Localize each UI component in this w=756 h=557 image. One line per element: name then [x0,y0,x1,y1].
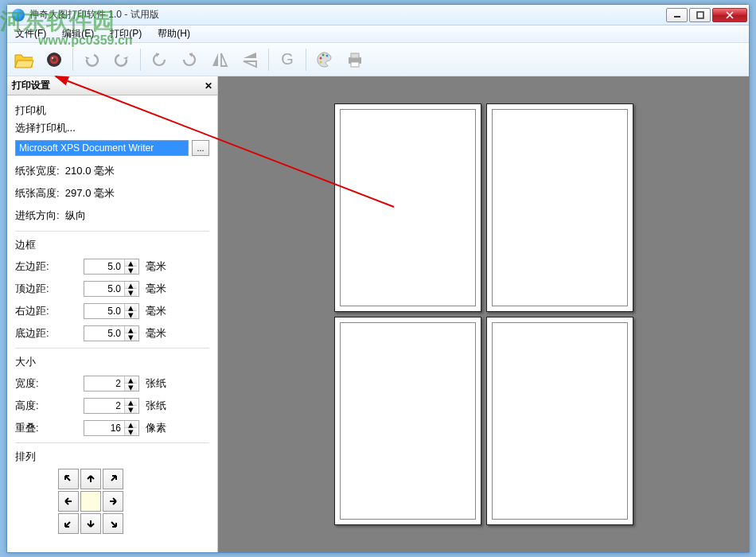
size-width-spinbox[interactable]: ▴▾ [84,376,139,391]
paper-height-label: 纸张高度: [15,187,60,199]
printer-browse-button[interactable]: ... [192,140,209,156]
size-height-input[interactable] [84,400,124,411]
spin-down-icon[interactable]: ▾ [125,428,137,435]
arrow-nw-icon [63,473,74,485]
svg-rect-1 [697,12,703,18]
margin-top-spinbox[interactable]: ▴▾ [84,281,139,297]
flip-vertical-button[interactable] [236,46,263,73]
arrange-section-title: 排列 [15,450,209,464]
margin-unit: 毫米 [146,304,166,318]
flip-horizontal-icon [210,50,229,69]
print-button[interactable] [341,46,368,73]
overlap-input[interactable] [84,423,124,434]
undo-button[interactable] [78,46,105,73]
rotate-left-icon [150,50,169,69]
flip-horizontal-button[interactable] [206,46,233,73]
paper-height-value: 297.0 毫米 [65,187,115,199]
printer-icon [345,50,364,69]
size-width-label: 宽度: [15,376,60,391]
spin-down-icon[interactable]: ▾ [125,406,137,413]
open-file-button[interactable] [10,46,37,73]
spin-down-icon[interactable]: ▾ [125,311,137,318]
arrange-ne-button[interactable] [103,469,123,489]
menu-edit[interactable]: 编辑(E) [59,25,97,42]
rotate-right-button[interactable] [176,46,203,73]
margin-right-spinbox[interactable]: ▴▾ [84,303,139,319]
margin-bottom-spinbox[interactable]: ▴▾ [84,325,139,341]
size-width-input[interactable] [84,378,124,389]
printer-name-field[interactable]: Microsoft XPS Document Writer [15,140,189,156]
menu-help[interactable]: 帮助(H) [154,25,193,42]
overlap-unit: 像素 [146,421,166,435]
size-height-spinbox[interactable]: ▴▾ [84,398,139,414]
spin-down-icon[interactable]: ▾ [125,289,137,296]
menubar: 文件(F) 编辑(E) 打印(P) 帮助(H) [7,25,749,43]
close-button[interactable] [712,8,747,22]
toolbar-separator [268,49,269,71]
arrange-e-button[interactable] [103,491,123,512]
margin-unit: 毫米 [146,259,166,274]
arrow-ne-icon [107,473,119,485]
size-unit: 张纸 [146,399,166,413]
arrow-right-icon [107,496,119,507]
preview-page [334,317,481,525]
arrange-w-button[interactable] [58,491,79,512]
paper-width-value: 210.0 毫米 [65,165,115,177]
grayscale-icon: G [278,50,297,69]
toolbar-separator [140,49,141,71]
spin-down-icon[interactable]: ▾ [125,333,137,341]
margin-left-spinbox[interactable]: ▴▾ [84,259,139,275]
arrange-sw-button[interactable] [58,513,79,534]
margin-bottom-input[interactable] [84,328,124,339]
arrow-left-icon [63,496,74,507]
titlebar: 神奇大图打印软件 1.0 - 试用版 [7,5,749,25]
paper-orient-label: 进纸方向: [15,209,60,221]
sidebar-close-button[interactable]: ✕ [205,80,212,92]
arrange-s-button[interactable] [80,513,101,534]
sidebar-title: 打印设置 [12,79,50,92]
redo-icon [112,50,131,69]
select-printer-label: 选择打印机... [15,121,209,135]
svg-rect-15 [351,62,359,67]
toolbar-separator [72,49,73,71]
size-height-label: 高度: [15,399,60,413]
rotate-right-icon [180,50,199,69]
canvas-area[interactable] [218,76,749,552]
print-settings-panel: 打印设置 ✕ 打印机 选择打印机... Microsoft XPS Docume… [7,76,218,552]
color-palette-button[interactable] [311,46,338,73]
preview-page [486,103,633,312]
spin-down-icon[interactable]: ▾ [125,267,137,274]
menu-print[interactable]: 打印(P) [107,25,145,42]
spin-down-icon[interactable]: ▾ [125,384,137,391]
app-icon [12,9,25,21]
overlap-spinbox[interactable]: ▴▾ [84,420,139,436]
svg-rect-14 [351,53,359,58]
arrange-grid [58,469,209,534]
margin-unit: 毫米 [146,326,166,341]
minimize-button[interactable] [666,8,688,22]
undo-icon [82,50,101,69]
arrange-center-button[interactable] [80,491,101,512]
margin-top-input[interactable] [84,283,124,294]
page-preview-grid [334,103,633,525]
svg-point-10 [322,53,325,56]
camera-button[interactable] [41,46,68,73]
printer-section-title: 打印机 [15,103,209,118]
margin-bottom-label: 底边距: [15,326,60,341]
toolbar: G [7,43,749,76]
flip-vertical-icon [240,50,259,69]
maximize-button[interactable] [689,8,711,22]
paper-orient-value: 纵向 [65,209,86,221]
margin-right-input[interactable] [84,306,124,317]
rotate-left-button[interactable] [146,46,173,73]
grayscale-button[interactable]: G [274,46,301,73]
arrange-se-button[interactable] [103,513,123,534]
toolbar-separator [306,49,306,71]
margin-left-input[interactable] [84,261,124,272]
redo-button[interactable] [108,46,135,73]
arrange-n-button[interactable] [80,469,101,489]
arrange-nw-button[interactable] [58,469,79,489]
menu-file[interactable]: 文件(F) [12,25,49,42]
svg-point-12 [320,60,322,63]
arrow-up-icon [85,473,96,485]
